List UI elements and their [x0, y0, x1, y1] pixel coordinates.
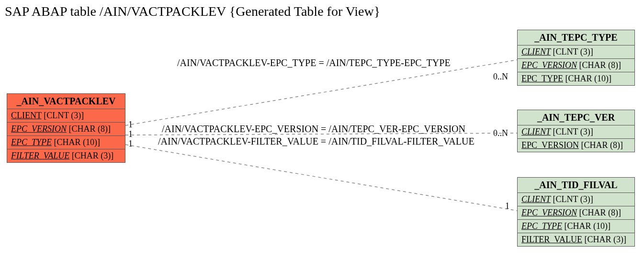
field-row: EPC_VERSION [CHAR (8)] [518, 139, 634, 152]
field-row: EPC_VERSION [CHAR (8)] [7, 123, 125, 136]
field-row: EPC_VERSION [CHAR (8)] [518, 59, 634, 72]
cardinality-left: 1 [128, 139, 133, 149]
field-row: CLIENT [CLNT (3)] [518, 125, 634, 139]
cardinality-right: 1 [505, 201, 509, 211]
entity-header: _AIN_TID_FILVAL [518, 178, 634, 193]
entity-tepc-ver: _AIN_TEPC_VER CLIENT [CLNT (3)] EPC_VERS… [517, 110, 635, 152]
svg-line-0 [125, 60, 517, 125]
field-row: FILTER_VALUE [CHAR (3)] [518, 233, 634, 246]
field-row: FILTER_VALUE [CHAR (3)] [7, 149, 125, 162]
entity-main-header: _AIN_VACTPACKLEV [7, 94, 125, 109]
relation-label: /AIN/VACTPACKLEV-EPC_TYPE = /AIN/TEPC_TY… [177, 57, 451, 68]
cardinality-left: 1 [128, 120, 133, 130]
page-title: SAP ABAP table /AIN/VACTPACKLEV {Generat… [5, 4, 380, 19]
cardinality-right: 0..N [493, 128, 508, 138]
cardinality-right: 0..N [493, 72, 508, 82]
field-row: CLIENT [CLNT (3)] [7, 109, 125, 123]
svg-line-2 [125, 145, 517, 211]
field-row: CLIENT [CLNT (3)] [518, 193, 634, 206]
entity-tepc-type: _AIN_TEPC_TYPE CLIENT [CLNT (3)] EPC_VER… [517, 30, 635, 86]
entity-main: _AIN_VACTPACKLEV CLIENT [CLNT (3)] EPC_V… [7, 93, 125, 163]
field-row: EPC_VERSION [CHAR (8)] [518, 206, 634, 220]
field-row: EPC_TYPE [CHAR (10)] [7, 136, 125, 149]
entity-tid-filval: _AIN_TID_FILVAL CLIENT [CLNT (3)] EPC_VE… [517, 177, 635, 247]
field-row: EPC_TYPE [CHAR (10)] [518, 72, 634, 85]
entity-header: _AIN_TEPC_TYPE [518, 30, 634, 45]
relation-label: /AIN/VACTPACKLEV-EPC_VERSION = /AIN/TEPC… [162, 124, 465, 135]
field-row: CLIENT [CLNT (3)] [518, 45, 634, 59]
field-row: EPC_TYPE [CHAR (10)] [518, 220, 634, 233]
cardinality-left: 1 [128, 129, 133, 139]
entity-header: _AIN_TEPC_VER [518, 110, 634, 125]
relation-label: /AIN/VACTPACKLEV-FILTER_VALUE = /AIN/TID… [158, 136, 475, 147]
